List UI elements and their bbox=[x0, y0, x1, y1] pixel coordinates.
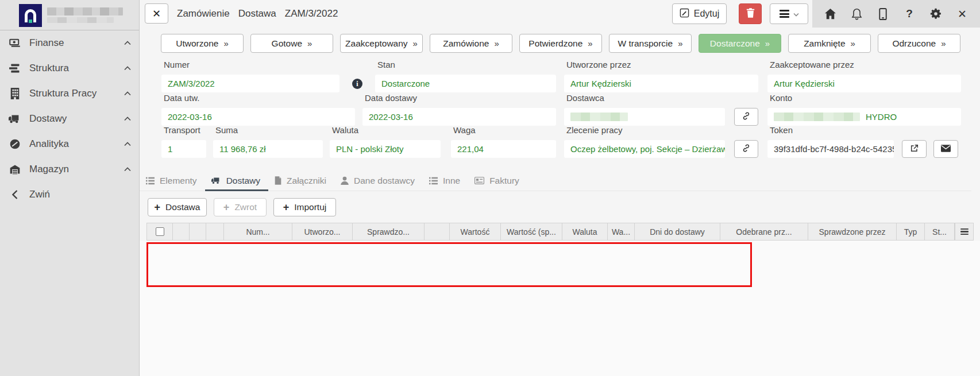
status-button-w-transporcie[interactable]: W transporcie» bbox=[609, 34, 692, 53]
more-actions-menu-button[interactable] bbox=[770, 3, 808, 24]
logo-dot bbox=[29, 20, 32, 23]
detail-tabs: Elementy Dostawy Załączniki Dane dostawc… bbox=[140, 172, 971, 191]
add-dostawa-button[interactable]: +Dostawa bbox=[148, 198, 207, 216]
utworzone-przez-field[interactable]: Artur Kędzierski bbox=[564, 75, 758, 92]
edit-button[interactable]: Edytuj bbox=[672, 3, 727, 24]
column-settings-cell bbox=[955, 223, 973, 240]
tab-elementy[interactable]: Elementy bbox=[140, 172, 205, 191]
transport-field[interactable]: 1 bbox=[161, 140, 206, 158]
stan-field[interactable]: Dostarczone bbox=[375, 75, 556, 92]
column-header-wartosc-sp[interactable]: Wartość (sp... bbox=[501, 223, 562, 240]
suma-field[interactable]: 11 968,76 zł bbox=[213, 140, 323, 158]
dostawca-field[interactable] bbox=[564, 108, 725, 126]
numer-field[interactable]: ZAM/3/2022 bbox=[161, 75, 339, 92]
annotation-highlight bbox=[146, 242, 752, 287]
double-arrow-icon: » bbox=[413, 38, 418, 48]
truck-icon bbox=[211, 177, 221, 184]
konto-field[interactable]: HYDRO bbox=[767, 108, 961, 126]
column-header-waluta[interactable]: Waluta bbox=[562, 223, 608, 240]
breadcrumb: Zamówienie Dostawa ZAM/3/2022 bbox=[177, 0, 338, 28]
sidebar-item-struktura-pracy[interactable]: Struktura Pracy bbox=[0, 81, 139, 106]
window-close-icon[interactable]: ✕ bbox=[954, 5, 971, 22]
sidebar-item-dostawy[interactable]: Dostawy bbox=[0, 106, 139, 131]
data-utw-field[interactable]: 2022-03-16 bbox=[161, 108, 355, 126]
status-button-utworzone[interactable]: Utworzone» bbox=[161, 34, 244, 53]
tab-faktury[interactable]: Faktury bbox=[468, 172, 527, 191]
tab-dostawy[interactable]: Dostawy bbox=[205, 172, 268, 191]
bell-icon[interactable] bbox=[848, 5, 865, 22]
column-header-utworzone[interactable]: Utworzo... bbox=[292, 223, 353, 240]
column-header-st[interactable]: St... bbox=[925, 223, 955, 240]
waga-field[interactable]: 221,04 bbox=[451, 140, 556, 158]
status-flow: Utworzone» Gotowe» Zaakceptowany» Zamówi… bbox=[161, 34, 960, 53]
zaakceptowane-przez-field[interactable]: Artur Kędzierski bbox=[767, 75, 961, 92]
status-button-dostarczone-active[interactable]: Dostarczone» bbox=[699, 34, 781, 53]
invoice-icon bbox=[474, 177, 484, 184]
status-button-zamowione[interactable]: Zamówione» bbox=[430, 34, 512, 53]
column-header-odebrane-przez[interactable]: Odebrane prz... bbox=[720, 223, 808, 240]
double-arrow-icon: » bbox=[588, 38, 592, 48]
breadcrumb-item: Zamówienie bbox=[177, 8, 230, 20]
chevron-up-icon bbox=[124, 91, 131, 96]
column-header-wartosc[interactable]: Wartość bbox=[450, 223, 501, 240]
dostawca-link-button[interactable] bbox=[734, 108, 758, 126]
tab-label: Dostawy bbox=[226, 176, 260, 186]
column-header-numer[interactable]: Num... bbox=[224, 223, 292, 240]
token-open-button[interactable] bbox=[902, 140, 927, 158]
zlecenie-link-button[interactable] bbox=[734, 140, 758, 158]
column-header-wa[interactable]: Wa... bbox=[608, 223, 635, 240]
tab-inne[interactable]: Inne bbox=[423, 172, 468, 191]
person-icon bbox=[341, 176, 349, 185]
sidebar-item-label: Analityka bbox=[29, 138, 124, 150]
waluta-field[interactable]: PLN - polski Złoty bbox=[330, 140, 441, 158]
pencil-icon bbox=[680, 8, 689, 20]
column-header-sprawdzone[interactable]: Sprawdzo... bbox=[353, 223, 425, 240]
tab-dane-dostawcy[interactable]: Dane dostawcy bbox=[334, 172, 423, 191]
status-button-odrzucone[interactable]: Odrzucone» bbox=[878, 34, 960, 53]
mobile-icon[interactable] bbox=[874, 5, 892, 22]
app-logo[interactable] bbox=[19, 4, 42, 27]
sidebar-item-finanse[interactable]: Finanse bbox=[0, 30, 139, 56]
info-icon[interactable]: i bbox=[352, 79, 362, 89]
select-all-checkbox[interactable] bbox=[156, 227, 164, 236]
gear-icon[interactable] bbox=[927, 5, 944, 22]
token-field[interactable]: 39f31dfd-bc7f-498d-b24c-54235l bbox=[767, 140, 894, 158]
gauge-icon bbox=[7, 138, 22, 150]
home-icon[interactable] bbox=[821, 5, 839, 22]
chevron-up-icon bbox=[124, 167, 131, 172]
status-button-zamkniete[interactable]: Zamknięte» bbox=[788, 34, 871, 53]
sidebar-item-magazyn[interactable]: Magazyn bbox=[0, 157, 139, 182]
help-icon[interactable]: ? bbox=[901, 5, 918, 22]
sidebar-item-label: Finanse bbox=[29, 37, 124, 49]
tab-label: Załączniki bbox=[287, 176, 326, 186]
plus-icon: + bbox=[155, 201, 161, 214]
column-header-dni-do-dostawy[interactable]: Dni do dostawy bbox=[635, 223, 720, 240]
close-record-button[interactable]: ✕ bbox=[145, 3, 168, 24]
column-header-empty bbox=[190, 223, 206, 240]
chevron-up-icon bbox=[124, 66, 131, 71]
field-label-konto: Konto bbox=[770, 93, 792, 103]
status-button-potwierdzone[interactable]: Potwierdzone» bbox=[519, 34, 602, 53]
sidebar-item-struktura[interactable]: Struktura bbox=[0, 56, 139, 81]
list-icon bbox=[146, 177, 155, 185]
status-button-gotowe[interactable]: Gotowe» bbox=[250, 34, 333, 53]
data-dostawy-field[interactable]: 2022-03-16 bbox=[362, 108, 556, 126]
table-menu-icon[interactable] bbox=[960, 227, 969, 237]
token-mail-button[interactable] bbox=[933, 140, 958, 158]
double-arrow-icon: » bbox=[223, 38, 228, 48]
tab-label: Elementy bbox=[160, 176, 197, 186]
delete-button[interactable] bbox=[739, 3, 762, 24]
sidebar-collapse-button[interactable]: Zwiń bbox=[0, 182, 139, 207]
chevron-up-icon bbox=[124, 41, 131, 45]
plus-icon: + bbox=[283, 201, 290, 214]
sidebar-logo-row bbox=[0, 0, 139, 30]
zlecenie-pracy-field[interactable]: Oczep żelbetowy, poj. Sekcje – Dzierżawa bbox=[564, 140, 725, 158]
column-header-sprawdzone-przez[interactable]: Sprawdzone przez bbox=[808, 223, 897, 240]
sidebar-item-analityka[interactable]: Analityka bbox=[0, 131, 139, 157]
column-header-typ[interactable]: Typ bbox=[897, 223, 925, 240]
field-label-numer: Numer bbox=[164, 60, 190, 69]
import-button[interactable]: +Importuj bbox=[273, 198, 336, 216]
field-label-utworzone-przez: Utworzone przez bbox=[566, 60, 631, 69]
tab-zalaczniki[interactable]: Załączniki bbox=[268, 172, 334, 191]
status-button-zaakceptowany[interactable]: Zaakceptowany» bbox=[340, 34, 423, 53]
